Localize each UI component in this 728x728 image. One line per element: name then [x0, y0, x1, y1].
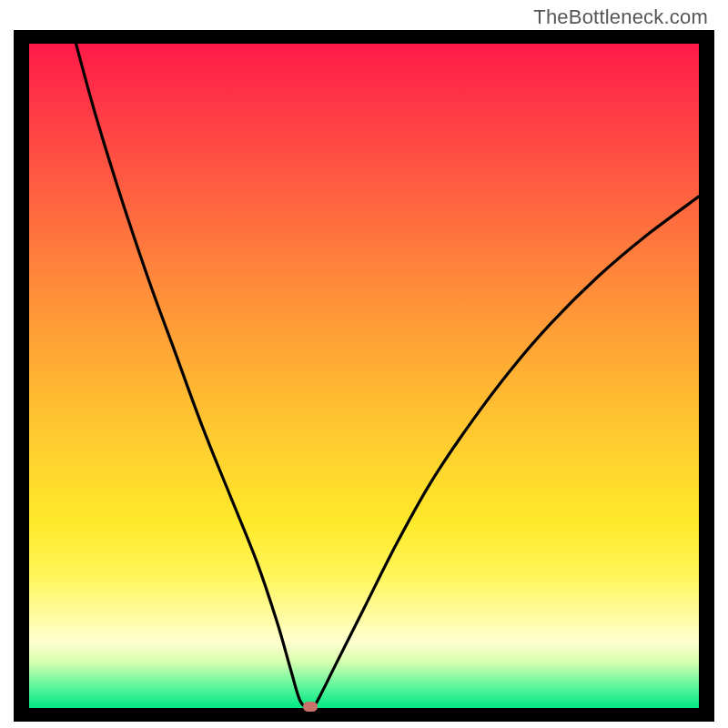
- plot-frame: [14, 30, 714, 722]
- bottleneck-curve: [29, 44, 699, 708]
- attribution-text: TheBottleneck.com: [533, 5, 708, 29]
- plot-area: [29, 44, 699, 708]
- chart-container: TheBottleneck.com: [0, 0, 728, 728]
- minimum-marker: [303, 702, 318, 712]
